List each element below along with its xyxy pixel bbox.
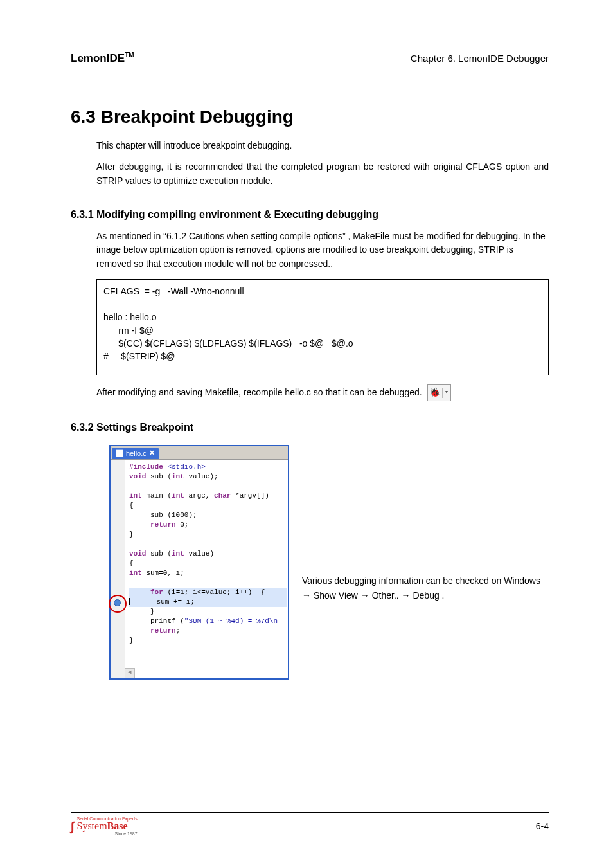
file-icon [116, 449, 123, 457]
code-lines[interactable]: #include <stdio.h> void sub (int value);… [125, 460, 288, 678]
scroll-left-button[interactable]: ◄ [125, 668, 135, 678]
editor-tab-hello[interactable]: hello.c ✕ [112, 448, 159, 459]
logo-since: Since 1987 [115, 831, 138, 836]
subsection-1-heading: 6.3.1 Modifying compiling environment & … [71, 209, 549, 221]
page-footer: ∫ Serial Communication Experts SystemBas… [71, 812, 549, 836]
subsection-1-para: As mentioned in “6.1.2 Cautions when set… [96, 230, 549, 271]
subsection-2-heading: 6.3.2 Settings Breakpoint [71, 422, 549, 433]
systembase-logo: ∫ Serial Communication Experts SystemBas… [71, 817, 138, 836]
after-code-text: After modifying and saving Makefile, rec… [96, 386, 422, 400]
text-cursor [129, 598, 130, 605]
page-header: LemonIDETM Chapter 6. LemonIDE Debugger [71, 51, 549, 68]
code-editor: hello.c ✕ #include <stdio.h> void sub (i… [109, 445, 289, 680]
chapter-title: Chapter 6. LemonIDE Debugger [411, 53, 549, 64]
after-code-row: After modifying and saving Makefile, rec… [96, 384, 549, 401]
tab-label: hello.c [126, 449, 147, 457]
app-name: LemonIDETM [71, 51, 134, 65]
bug-icon: 🐞 [429, 387, 441, 399]
app-name-text: LemonIDE [71, 52, 125, 64]
page-number: 6-4 [536, 821, 549, 831]
debug-dropdown-button[interactable]: 🐞 ▾ [427, 384, 451, 401]
tm-mark: TM [125, 51, 134, 59]
note-line-2: → Show View → Other.. → Debug . [302, 588, 549, 604]
logo-swoosh-icon: ∫ [71, 819, 74, 834]
close-icon[interactable]: ✕ [149, 449, 155, 457]
editor-tabbar: hello.c ✕ [111, 446, 288, 460]
intro-para-2: After debugging, it is recommended that … [96, 160, 549, 188]
note-line-1: Various debugging information can be che… [302, 574, 549, 589]
debug-view-note: Various debugging information can be che… [302, 574, 549, 604]
chevron-down-icon: ▾ [444, 388, 449, 396]
logo-name-b: Base [107, 820, 128, 831]
makefile-code-box: CFLAGS = -g -Wall -Wno-nonnull hello : h… [96, 279, 549, 375]
separator-icon [442, 388, 443, 398]
breakpoint-highlight-circle [109, 595, 127, 613]
logo-name-a: System [76, 820, 107, 831]
intro-para-1: This chapter will introduce breakpoint d… [96, 139, 549, 153]
section-heading: 6.3 Breakpoint Debugging [71, 107, 549, 127]
editor-gutter[interactable] [111, 460, 125, 678]
